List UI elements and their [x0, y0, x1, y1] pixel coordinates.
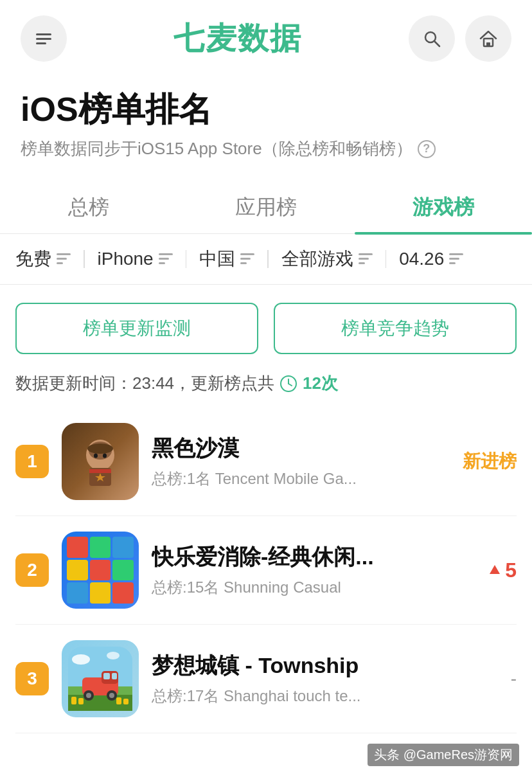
filter-icon-3 — [359, 253, 373, 265]
tab-apps[interactable]: 应用榜 — [177, 181, 355, 233]
home-button[interactable] — [465, 15, 511, 62]
app-list: 1 黑色沙漠 总榜:1名 Tencent M — [0, 407, 532, 733]
svg-rect-13 — [240, 253, 254, 255]
search-button[interactable] — [409, 15, 455, 62]
page-title: iOS榜单排名 — [21, 87, 511, 132]
desert-char-svg — [71, 433, 129, 490]
filter-free[interactable]: 免费 — [15, 247, 81, 271]
svg-rect-12 — [159, 262, 165, 264]
svg-marker-33 — [490, 565, 500, 574]
svg-point-44 — [109, 693, 114, 698]
svg-rect-9 — [57, 262, 63, 264]
divider-4 — [386, 250, 387, 268]
svg-rect-10 — [159, 253, 173, 255]
app-info-3: 梦想城镇 - Township 总榜:17名 Shanghai touch te… — [152, 651, 498, 706]
svg-rect-2 — [36, 42, 46, 44]
svg-point-46 — [107, 652, 120, 659]
svg-point-45 — [72, 654, 90, 665]
svg-rect-15 — [240, 262, 247, 264]
divider-1 — [84, 250, 85, 268]
monitor-button[interactable]: 榜单更新监测 — [15, 303, 258, 354]
filter-category[interactable]: 全部游戏 — [271, 247, 383, 271]
puzzle-grid — [62, 532, 139, 609]
svg-rect-1 — [36, 38, 51, 40]
filter-icon-4 — [449, 253, 463, 265]
svg-rect-11 — [159, 258, 169, 260]
svg-rect-39 — [103, 673, 110, 679]
svg-rect-7 — [57, 253, 71, 255]
clock-icon — [279, 375, 297, 393]
app-info-1: 黑色沙漠 总榜:1名 Tencent Mobile Ga... — [152, 434, 450, 489]
pb-cell — [67, 582, 88, 604]
menu-button[interactable] — [21, 15, 67, 62]
svg-point-42 — [86, 693, 91, 698]
divider-2 — [186, 250, 187, 268]
svg-rect-8 — [57, 258, 67, 260]
pb-cell — [112, 560, 134, 581]
trend-button[interactable]: 榜单竞争趋势 — [274, 303, 517, 354]
svg-line-4 — [434, 41, 439, 46]
svg-rect-17 — [359, 258, 369, 260]
rank-badge-1: 1 — [15, 445, 49, 478]
svg-point-28 — [94, 454, 98, 458]
svg-rect-49 — [116, 697, 121, 704]
pb-cell — [90, 560, 111, 581]
pb-cell — [67, 560, 88, 581]
page-title-section: iOS榜单排名 榜单数据同步于iOS15 App Store（除总榜和畅销榜） … — [0, 72, 532, 165]
svg-rect-36 — [68, 695, 132, 711]
svg-rect-0 — [36, 33, 51, 35]
tab-total[interactable]: 总榜 — [0, 181, 177, 233]
header-icons — [409, 15, 511, 62]
home-icon — [478, 28, 499, 49]
list-item[interactable]: 1 黑色沙漠 总榜:1名 Tencent M — [15, 407, 517, 516]
menu-icon — [33, 28, 54, 49]
rank-badge-3: 3 — [15, 662, 49, 695]
svg-rect-14 — [240, 258, 251, 260]
pb-cell — [90, 537, 111, 558]
page-subtitle: 榜单数据同步于iOS15 App Store（除总榜和畅销榜） ? — [21, 138, 511, 160]
svg-rect-47 — [71, 697, 76, 704]
list-item[interactable]: 2 快乐爱消除-经典休闲... 总榜:15名 Shunning Casual — [15, 516, 517, 625]
app-icon-3 — [62, 640, 139, 717]
filter-bar: 免费 iPhone 中国 全部游戏 04.26 — [0, 234, 532, 285]
filter-icon-1 — [159, 253, 173, 265]
pb-cell — [112, 537, 134, 558]
filter-iphone[interactable]: iPhone — [87, 249, 183, 269]
svg-rect-20 — [449, 258, 459, 260]
svg-rect-40 — [112, 673, 117, 679]
search-icon — [421, 28, 442, 49]
pb-cell — [112, 582, 134, 604]
filter-date[interactable]: 04.26 — [389, 249, 474, 269]
filter-icon-0 — [57, 253, 71, 265]
svg-rect-21 — [449, 262, 456, 264]
app-info-2: 快乐爱消除-经典休闲... 总榜:15名 Shunning Casual — [152, 542, 475, 598]
app-status-2: 5 — [488, 559, 517, 582]
app-icon-2 — [62, 532, 139, 609]
tabs: 总榜 应用榜 游戏榜 — [0, 181, 532, 234]
filter-china[interactable]: 中国 — [189, 247, 265, 271]
app-status-1: 新进榜 — [463, 449, 517, 474]
svg-rect-50 — [123, 699, 129, 704]
svg-rect-16 — [359, 253, 373, 255]
svg-rect-48 — [78, 698, 84, 704]
header: 七麦数据 — [0, 0, 532, 72]
app-status-3: - — [511, 668, 517, 689]
rank-change-2: 5 — [488, 559, 517, 582]
svg-rect-31 — [89, 469, 111, 473]
help-icon[interactable]: ? — [418, 140, 436, 158]
svg-point-29 — [103, 454, 107, 458]
svg-rect-6 — [486, 42, 490, 46]
svg-rect-19 — [449, 253, 463, 255]
watermark: 头条 @GameRes游资网 — [368, 744, 519, 766]
list-item[interactable]: 3 — [15, 625, 517, 733]
pb-cell — [90, 582, 111, 604]
action-buttons: 榜单更新监测 榜单竞争趋势 — [0, 285, 532, 372]
svg-point-27 — [87, 443, 113, 454]
arrow-up-icon — [488, 564, 501, 577]
tab-games[interactable]: 游戏榜 — [355, 181, 532, 233]
rank-badge-2: 2 — [15, 553, 49, 587]
pb-cell — [67, 537, 88, 558]
township-svg — [68, 647, 132, 711]
divider-3 — [267, 250, 269, 268]
brand-title: 七麦数据 — [173, 18, 302, 59]
